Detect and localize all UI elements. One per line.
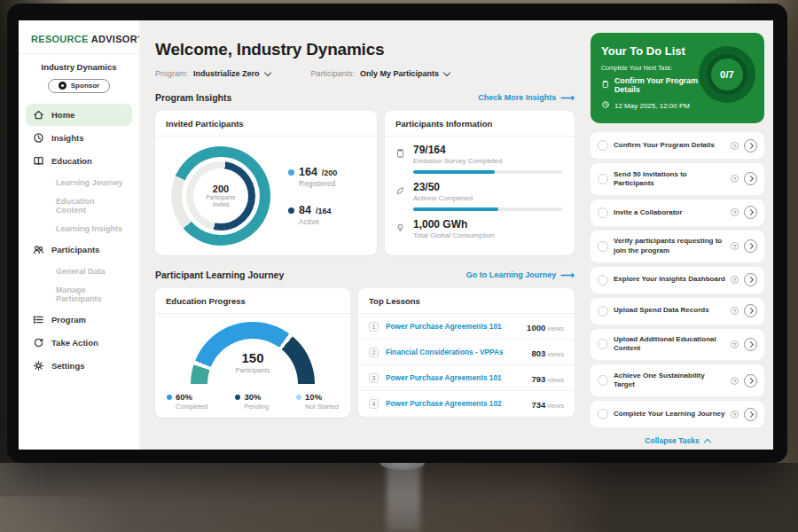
task-row[interactable]: Explore Your Insights Dashboard ?: [591, 267, 764, 293]
collapse-tasks-link[interactable]: Collapse Tasks: [591, 432, 764, 450]
todo-progress-ring: 0/7: [699, 46, 755, 103]
task-checkbox[interactable]: [598, 339, 608, 349]
book-icon: [33, 155, 44, 167]
todo-counter: 0/7: [720, 69, 734, 80]
sidebar-item-education-content[interactable]: Education Content: [26, 192, 132, 219]
stat-global-consumption: 1,000 GWh Total Global Consumption: [385, 211, 575, 239]
task-checkbox[interactable]: [598, 306, 608, 317]
help-icon[interactable]: ?: [731, 142, 739, 150]
task-checkbox[interactable]: [598, 275, 608, 286]
lesson-row: 5 Power Purchase Agreements 103 600views: [358, 417, 575, 418]
sidebar-item-settings[interactable]: Settings: [26, 355, 132, 377]
legend-item-completed: 60% Completed: [167, 392, 207, 411]
chevron-right-icon[interactable]: [744, 374, 757, 387]
lesson-row: 2 Financial Considerations - VPPAs 803vi…: [358, 340, 575, 365]
home-icon: [33, 109, 44, 121]
chevron-right-icon[interactable]: [744, 139, 757, 153]
education-gauge-chart: 150 Participants: [191, 322, 315, 386]
sidebar-item-manage-participants[interactable]: Manage Participants: [26, 280, 132, 308]
help-icon[interactable]: ?: [731, 276, 739, 284]
task-row[interactable]: Achieve One Sustainability Target ?: [591, 364, 764, 396]
brand-logo[interactable]: RESOURCE ADVISOR+: [19, 29, 139, 54]
participants-icon: [33, 244, 44, 255]
task-row[interactable]: Invite a Collaborator ?: [591, 200, 764, 226]
task-row[interactable]: Upload Additional Educational Content ?: [591, 329, 764, 361]
lesson-row: 4 Power Purchase Agreements 102 734views: [358, 391, 575, 417]
invited-participants-card: Invited Participants 200 Participants In…: [155, 111, 377, 255]
legend-item-registered: 164/200 Registered: [288, 166, 337, 188]
arrow-right-icon: ⟶: [560, 271, 575, 279]
top-lessons-card: Top Lessons 1 Power Purchase Agreements …: [358, 288, 575, 418]
sidebar-item-home[interactable]: Home: [26, 104, 132, 126]
legend-item-pending: 30% Pending: [235, 392, 269, 411]
legend-item-not-started: 10% Not Started: [296, 392, 339, 411]
task-checkbox[interactable]: [598, 241, 608, 252]
chevron-up-icon: [703, 438, 710, 445]
legend-dot: [288, 207, 294, 214]
chevron-right-icon[interactable]: [744, 338, 757, 351]
task-row[interactable]: Upload Spend Data Records ?: [591, 298, 764, 325]
lesson-link[interactable]: Power Purchase Agreements 102: [386, 399, 524, 408]
task-row[interactable]: Verify participants requesting to join t…: [591, 231, 764, 262]
actions-icon: [395, 184, 405, 211]
task-row[interactable]: Send 50 Invitations to Participants ?: [591, 163, 764, 195]
legend-item-active: 84/164 Active: [288, 204, 337, 226]
invited-legend: 164/200 Registered 84/164 Active: [288, 166, 337, 226]
lesson-link[interactable]: Power Purchase Agreements 101: [386, 373, 524, 382]
help-icon[interactable]: ?: [731, 175, 739, 183]
sidebar-item-education[interactable]: Education: [26, 150, 132, 172]
take-action-icon: [33, 337, 44, 348]
task-row[interactable]: Confirm Your Program Details ?: [591, 132, 764, 159]
chevron-right-icon[interactable]: [744, 408, 757, 421]
sidebar-item-program[interactable]: Program: [26, 309, 132, 331]
legend-dot: [167, 395, 172, 400]
help-icon[interactable]: ?: [731, 340, 739, 348]
lightbulb-icon: [395, 221, 405, 239]
participants-select[interactable]: Participants: Only My Participants: [311, 69, 450, 78]
chevron-right-icon[interactable]: [744, 304, 757, 317]
task-checkbox[interactable]: [598, 140, 608, 151]
check-more-insights-link[interactable]: Check More Insights ⟶: [478, 93, 575, 102]
chevron-right-icon[interactable]: [744, 206, 757, 219]
help-icon[interactable]: ?: [731, 242, 739, 250]
chevron-right-icon[interactable]: [744, 273, 757, 286]
stat-emission-survey: 79/164 Emission Survey Completed: [385, 137, 575, 174]
todo-summary-card: Your To Do List Complete Your Next Task:…: [591, 33, 764, 123]
room-background: RESOURCE ADVISOR+ Industry Dynamics Spon…: [0, 0, 798, 532]
legend-dot: [235, 395, 240, 400]
help-icon[interactable]: ?: [731, 208, 739, 216]
go-to-learning-journey-link[interactable]: Go to Learning Journey ⟶: [466, 270, 575, 279]
education-legend: 60% Completed 30% Pending 10%: [155, 386, 350, 411]
chevron-down-icon: [263, 69, 270, 76]
sidebar-item-insights[interactable]: Insights: [26, 127, 132, 149]
filter-bar: Program: Industrialize Zero Participants…: [155, 69, 575, 78]
lesson-link[interactable]: Financial Considerations - VPPAs: [386, 348, 524, 356]
help-icon[interactable]: ?: [731, 307, 739, 315]
page-title: Welcome, Industry Dynamics: [155, 40, 575, 59]
task-checkbox[interactable]: [598, 207, 608, 218]
lesson-link[interactable]: Power Purchase Agreements 101: [386, 322, 520, 331]
program-select[interactable]: Program: Industrialize Zero: [155, 69, 270, 78]
lesson-row: 3 Power Purchase Agreements 101 793views: [358, 365, 575, 391]
monitor-bezel: RESOURCE ADVISOR+ Industry Dynamics Spon…: [7, 4, 787, 463]
sidebar-item-general-data[interactable]: General Data: [26, 262, 132, 280]
todo-panel: Your To Do List Complete Your Next Task:…: [585, 20, 773, 450]
sidebar-item-participants[interactable]: Participants: [26, 239, 132, 261]
progress-bar: [413, 207, 562, 211]
sidebar-item-learning-insights[interactable]: Learning Insights: [26, 219, 132, 238]
dashboard-screen: RESOURCE ADVISOR+ Industry Dynamics Spon…: [19, 20, 773, 450]
task-checkbox[interactable]: [598, 375, 608, 386]
sidebar-item-learning-journey[interactable]: Learning Journey: [26, 173, 132, 192]
help-icon[interactable]: ?: [731, 411, 739, 419]
legend-dot: [296, 395, 301, 400]
sidebar-item-take-action[interactable]: Take Action: [26, 332, 132, 354]
chevron-right-icon[interactable]: [744, 239, 757, 253]
sponsor-badge: Sponsor: [48, 79, 110, 93]
task-checkbox[interactable]: [598, 174, 608, 184]
task-checkbox[interactable]: [598, 409, 608, 419]
clipboard-icon: [601, 80, 610, 90]
list-icon: [33, 314, 44, 325]
task-row[interactable]: Complete Your Learning Journey ?: [591, 401, 764, 427]
help-icon[interactable]: ?: [731, 377, 739, 385]
chevron-right-icon[interactable]: [744, 172, 757, 185]
